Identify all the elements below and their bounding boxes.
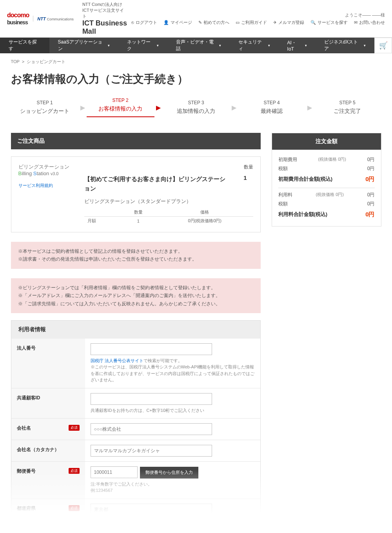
chevron-down-icon: ▾ xyxy=(219,44,221,47)
label-city: 市区町村 xyxy=(17,527,36,533)
plan-name: ビリングステーション（スタンダードプラン） xyxy=(84,198,253,205)
global-nav: サービスを探す SaaSアプリケーション▾ ネットワーク▾ 音声・ビデオ・電話▾… xyxy=(0,38,392,53)
gnav-ai-iot[interactable]: AI・IoT▾ xyxy=(279,38,316,53)
logo-ntt: NTT Communications xyxy=(37,16,74,21)
util-search[interactable]: 🔍 サービスを探す xyxy=(310,20,348,25)
input-corp-num[interactable] xyxy=(91,343,212,355)
step-current: STEP 2お客様情報の入力 xyxy=(87,98,154,117)
chevron-down-icon: ▾ xyxy=(305,44,307,47)
label-zip: 郵便番号 xyxy=(17,468,36,475)
util-beginners[interactable]: ✎ 初めての方へ xyxy=(198,20,229,25)
form-header: 利用者情報 xyxy=(11,321,260,339)
label-pref: 都道府県 xyxy=(17,505,36,512)
product-name: 【初めてご利用するお客さま向け】ビリングステーション xyxy=(84,174,230,193)
label-corp-num: 法人番号 xyxy=(17,345,36,352)
page-title: お客様情報の入力（ご注文手続き） xyxy=(11,72,381,87)
input-pref[interactable] xyxy=(91,504,212,515)
cart-button[interactable]: 🛒 xyxy=(374,38,392,53)
header-subtitle: NTT Comの法人向けICTサービス注文サイト xyxy=(82,2,127,19)
gnav-voice[interactable]: 音声・ビデオ・電話▾ xyxy=(167,38,230,53)
sum-usage-amount: 0円 xyxy=(365,211,374,218)
breadcrumb: TOP > ショッピングカート xyxy=(11,53,381,70)
corp-num-link[interactable]: 国税庁 法人番号公表サイト xyxy=(91,358,143,363)
gnav-dx-store[interactable]: ビジネスdXストア▾ xyxy=(316,38,374,53)
step-arrow-icon: ▶ xyxy=(156,104,161,111)
util-contact[interactable]: ✉ お問い合わせ xyxy=(354,20,385,25)
cart-icon: 🛒 xyxy=(379,41,388,50)
header-title: ICT Business Mall xyxy=(82,19,127,36)
sum-initial-amount: 0円 xyxy=(365,176,374,183)
input-company-kana[interactable] xyxy=(91,445,212,457)
gnav-search-services[interactable]: サービスを探す xyxy=(0,38,49,53)
step-arrow-icon: ▶ xyxy=(232,104,236,111)
gnav-security[interactable]: セキュリティ▾ xyxy=(230,38,279,53)
chevron-down-icon: ▾ xyxy=(157,44,159,47)
summary-bar: 注文金額 xyxy=(272,133,381,150)
input-company[interactable] xyxy=(91,423,212,435)
terms-link[interactable]: サービス利用規約 xyxy=(18,183,53,189)
sum-usage-label: 利用料合計金額(税込) xyxy=(278,211,328,218)
product-qty: 1 xyxy=(238,174,253,181)
zip-lookup-button[interactable]: 郵便番号から住所を入力 xyxy=(140,467,198,479)
required-badge: 必須 xyxy=(69,468,80,474)
notice-1: ※本サービスはご契約者情報として登記上の情報を登録させていただきます。 ※請求書… xyxy=(11,242,261,269)
service-logo: ビリングステーション Billing Station v3.0 xyxy=(18,164,77,177)
required-badge: 必須 xyxy=(69,425,80,431)
price-table: 数量価格 月額10円(税抜価格0円) xyxy=(84,208,253,225)
input-common-id[interactable] xyxy=(91,393,212,405)
step-arrow-icon: ▶ xyxy=(80,104,85,111)
input-city[interactable] xyxy=(91,525,212,533)
steps: STEP 1ショッピングカート ▶ STEP 2お客様情報の入力 ▶ STEP … xyxy=(11,98,381,117)
label-company-kana: 会社名（カタカナ） xyxy=(17,446,59,453)
label-common-id: 共通顧客ID xyxy=(17,395,40,401)
sum-initial-label: 初期費用合計金額(税込) xyxy=(278,176,333,183)
util-guide[interactable]: ▭ ご利用ガイド xyxy=(236,20,267,25)
chevron-down-icon: ▾ xyxy=(364,44,366,47)
order-bar: ご注文商品 xyxy=(11,133,261,149)
chevron-down-icon: ▾ xyxy=(268,44,270,47)
breadcrumb-home[interactable]: TOP xyxy=(11,59,20,64)
chevron-down-icon: ▾ xyxy=(108,44,110,47)
qty-header: 数量 xyxy=(244,164,253,170)
gnav-saas[interactable]: SaaSアプリケーション▾ xyxy=(49,38,118,53)
input-zip[interactable] xyxy=(91,466,138,478)
util-mypage[interactable]: 👤 マイページ xyxy=(163,20,192,25)
step-arrow-icon: ▶ xyxy=(307,104,312,111)
required-badge: 必須 xyxy=(69,505,80,511)
gnav-network[interactable]: ネットワーク▾ xyxy=(118,38,167,53)
breadcrumb-current: ショッピングカート xyxy=(27,59,65,64)
welcome-text: ようこそ―― ――様 xyxy=(345,12,385,18)
notice-2: ※ビリングステーションでは「利用者情報」欄の情報をご契約者情報として登録いたしま… xyxy=(11,278,261,313)
util-mailmag[interactable]: ✈ メルマガ登録 xyxy=(273,20,304,25)
logo-docomo: docomobusiness xyxy=(7,12,29,25)
required-badge: 必須 xyxy=(69,527,80,533)
label-company: 会社名 xyxy=(17,425,31,431)
util-logout[interactable]: ⎋ ログアウト xyxy=(131,20,157,25)
